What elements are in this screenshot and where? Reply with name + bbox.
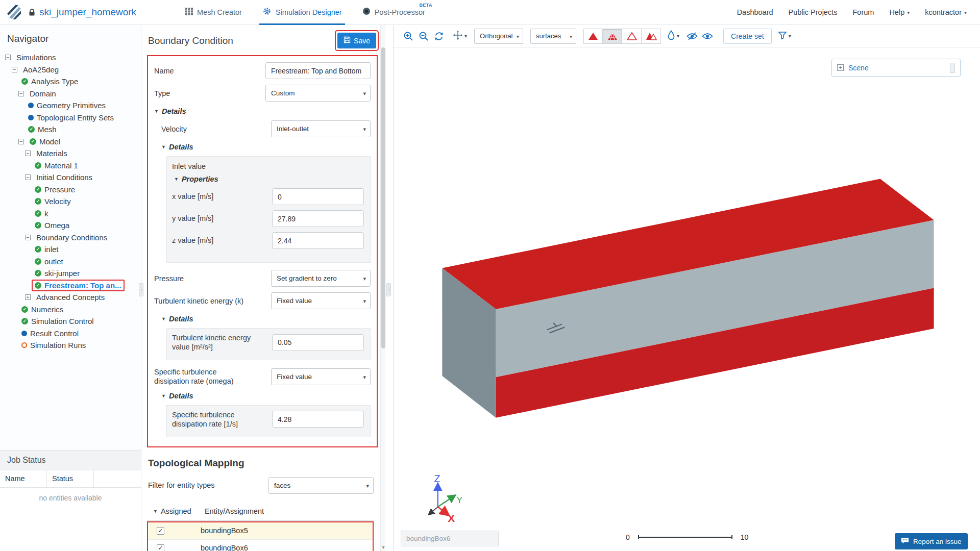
tree-item-materials[interactable]: −Materials [0, 147, 141, 160]
tab-mesh-creator[interactable]: Mesh Creator [182, 0, 245, 25]
projection-select[interactable]: Orthogonal ▾ [474, 29, 523, 44]
scrollbar-down-icon[interactable]: ▼ [381, 545, 386, 550]
details-section-header[interactable]: ▼ Details [161, 143, 371, 151]
velocity-select[interactable]: Inlet-outlet ▾ [271, 120, 371, 137]
tke-select[interactable]: Fixed value ▾ [271, 292, 371, 309]
funnel-icon [778, 31, 787, 42]
report-issue-button[interactable]: Report an issue [895, 533, 968, 549]
render-mode-transparent-button[interactable] [642, 29, 661, 44]
details-section-header[interactable]: ▼ Details [154, 107, 371, 115]
tree-item-domain[interactable]: −Domain [0, 88, 141, 100]
save-button[interactable]: Save [337, 33, 376, 48]
omega-select[interactable]: Fixed value ▾ [271, 368, 371, 385]
zoom-out-icon[interactable] [416, 29, 431, 44]
name-input[interactable] [265, 62, 371, 79]
zoom-in-icon[interactable] [401, 29, 416, 44]
hide-entity-icon[interactable] [684, 29, 700, 44]
tree-item-ski-jumper[interactable]: ✓ski-jumper [0, 267, 141, 280]
assigned-column-header[interactable]: Assigned [161, 507, 205, 515]
expand-icon[interactable]: + [25, 294, 31, 300]
tab-simulation-designer[interactable]: Simulation Designer [259, 0, 345, 25]
scale-min-label: 0 [626, 533, 630, 541]
render-mode-solid-mesh-button[interactable] [603, 29, 622, 44]
x-value-input[interactable] [272, 188, 364, 205]
tree-item-omega[interactable]: ✓Omega [0, 219, 141, 232]
bounding-box-render: Z Y X [394, 47, 980, 551]
type-select[interactable]: Custom ▾ [265, 85, 371, 102]
assigned-checkbox[interactable]: ✓ [157, 544, 164, 551]
x-value-label: x value [m/s] [172, 192, 213, 201]
tree-item-simulation-runs[interactable]: Simulation Runs [0, 339, 141, 352]
name-label: Name [154, 67, 174, 75]
create-set-button[interactable]: Create set [723, 29, 772, 44]
tree-item-freestream-top-an[interactable]: ✓Freestream: Top an... [0, 280, 141, 292]
filter-dropdown[interactable]: ▾ [778, 31, 791, 42]
y-value-input[interactable] [272, 210, 364, 227]
collapse-icon[interactable]: − [12, 67, 17, 72]
color-dropdown[interactable]: ▾ [667, 30, 679, 42]
refresh-icon[interactable] [431, 29, 447, 44]
nav-link-help[interactable]: Help▾ [889, 8, 910, 16]
sort-desc-icon[interactable]: ▼ [153, 509, 158, 514]
table-row[interactable]: ✓boundingBox5 [148, 522, 373, 540]
tree-item-mesh[interactable]: ✓Mesh [0, 123, 141, 136]
tree-item-numerics[interactable]: ✓Numerics [0, 304, 141, 316]
details-section-header[interactable]: ▼ Details [161, 392, 371, 400]
omega-value-input[interactable] [272, 411, 364, 428]
render-mode-solid-button[interactable] [583, 29, 603, 44]
scene-tree-toggle[interactable]: + Scene [831, 59, 961, 77]
viewport-canvas[interactable]: Z Y X + Scene boundingBox6 0 10 Report a… [394, 47, 980, 551]
collapse-icon[interactable]: − [25, 235, 31, 240]
z-value-input[interactable] [272, 232, 364, 249]
tree-item-k[interactable]: ✓k [0, 208, 141, 220]
scale-max-label: 10 [741, 533, 749, 541]
tree-item-topological-entity-sets[interactable]: Topological Entity Sets [0, 112, 141, 124]
expand-icon[interactable]: + [837, 64, 844, 71]
scene-panel-handle[interactable] [950, 63, 955, 73]
tab-post-processor[interactable]: Post-Processor BETA [359, 0, 428, 25]
status-check-icon: ✓ [35, 162, 41, 169]
tree-item-analysis-type[interactable]: ✓Analysis Type [0, 76, 141, 88]
tke-value-input[interactable] [272, 334, 364, 351]
nav-link-kcontractor[interactable]: kcontractor▾ [925, 8, 967, 16]
tree-item-velocity[interactable]: ✓Velocity [0, 195, 141, 208]
tree-item-inlet[interactable]: ✓inlet [0, 243, 141, 256]
render-mode-wireframe-button[interactable] [622, 29, 642, 44]
move-tool-dropdown[interactable]: ▾ [453, 30, 467, 42]
scrollbar-thumb[interactable] [381, 47, 385, 348]
tree-item-simulations[interactable]: −Simulations [0, 52, 141, 64]
render-filter-select[interactable]: surfaces ▾ [530, 29, 576, 44]
tree-item-material-1[interactable]: ✓Material 1 [0, 160, 141, 172]
job-status-col-status: Status [47, 470, 94, 487]
tree-item-pressure[interactable]: ✓Pressure [0, 184, 141, 196]
tree-item-result-control[interactable]: Result Control [0, 328, 141, 340]
tree-item-model[interactable]: −✓Model [0, 136, 141, 148]
nav-link-public-projects[interactable]: Public Projects [789, 8, 838, 16]
nav-link-forum[interactable]: Forum [852, 8, 874, 16]
collapse-icon[interactable]: − [25, 151, 31, 156]
collapse-icon[interactable]: − [18, 91, 24, 96]
type-label: Type [154, 89, 170, 97]
panel-resize-handle[interactable]: ⋮ [386, 283, 391, 296]
tree-item-initial-conditions[interactable]: −Initial Conditions [0, 171, 141, 184]
collapse-icon[interactable]: − [18, 139, 24, 144]
tree-item-outlet[interactable]: ✓outlet [0, 256, 141, 268]
collapse-icon[interactable]: − [25, 174, 31, 180]
tree-item-advanced-concepts[interactable]: +Advanced Concepts [0, 291, 141, 304]
properties-section-header[interactable]: ▼ Properties [174, 175, 364, 183]
tree-item-boundary-conditions[interactable]: −Boundary Conditions [0, 232, 141, 244]
collapse-icon[interactable]: − [5, 55, 11, 60]
pressure-select[interactable]: Set gradient to zero ▾ [271, 270, 371, 287]
nav-link-dashboard[interactable]: Dashboard [737, 8, 773, 16]
tree-item-label: Initial Conditions [36, 173, 92, 182]
tree-item-simulation-control[interactable]: ✓Simulation Control [0, 315, 141, 328]
navigator-resize-handle[interactable]: ⋮ [139, 283, 143, 296]
tree-item-geometry-primitives[interactable]: Geometry Primitives [0, 99, 141, 112]
show-entity-icon[interactable] [700, 29, 715, 44]
entity-filter-select[interactable]: faces ▾ [268, 477, 374, 494]
table-row[interactable]: ✓boundingBox6 [148, 540, 373, 551]
assigned-checkbox[interactable]: ✓ [157, 527, 164, 535]
details-section-header[interactable]: ▼ Details [161, 315, 371, 323]
panel-scrollbar[interactable]: ▼ [380, 25, 385, 551]
tree-item-aoa25deg[interactable]: −AoA25deg [0, 64, 141, 76]
